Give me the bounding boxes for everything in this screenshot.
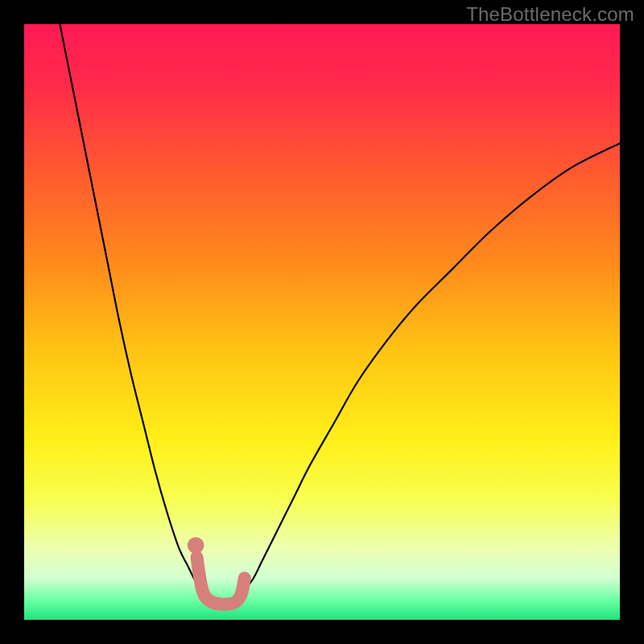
chart-svg (24, 24, 620, 620)
marker-dot (188, 537, 204, 554)
watermark-text: TheBottleneck.com (466, 3, 634, 26)
chart-background (24, 24, 620, 620)
plot-area (24, 24, 620, 620)
chart-frame: TheBottleneck.com (0, 0, 644, 644)
